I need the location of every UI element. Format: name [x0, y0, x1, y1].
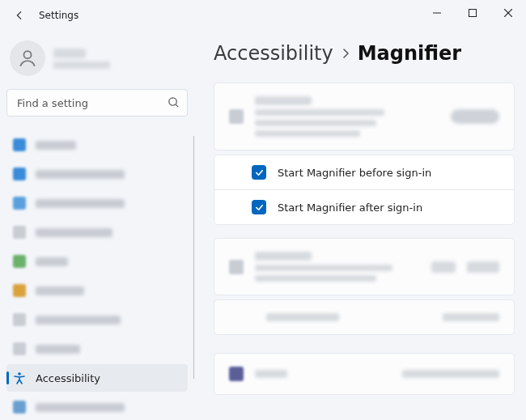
option-after-signin[interactable]: Start Magnifier after sign-in: [214, 189, 515, 225]
nav-item-accessibility[interactable]: Accessibility: [6, 364, 188, 392]
svg-point-7: [18, 372, 21, 375]
checkbox-before-signin[interactable]: [252, 165, 266, 180]
svg-rect-1: [469, 10, 477, 17]
search-field[interactable]: [6, 89, 188, 117]
breadcrumb: Accessibility Magnifier: [214, 42, 515, 65]
setting-card[interactable]: [214, 83, 515, 151]
checkbox-after-signin[interactable]: [252, 200, 266, 214]
search-input[interactable]: [6, 89, 188, 117]
close-button[interactable]: [490, 0, 526, 26]
setting-card[interactable]: [214, 353, 515, 395]
account-text: [53, 49, 110, 69]
svg-point-5: [169, 98, 176, 105]
breadcrumb-current: Magnifier: [358, 42, 461, 65]
check-icon: [255, 203, 264, 212]
maximize-icon: [469, 9, 477, 17]
nav-item[interactable]: [6, 248, 188, 275]
window-title: Settings: [39, 10, 78, 21]
arrow-left-icon: [14, 10, 25, 21]
back-button[interactable]: [11, 7, 28, 23]
nav-item[interactable]: [6, 306, 188, 333]
accessibility-icon: [13, 371, 26, 384]
search-icon: [168, 96, 180, 108]
setting-card[interactable]: [214, 299, 515, 335]
main-content: Accessibility Magnifier Start Magnifier …: [194, 31, 526, 420]
nav-item[interactable]: [6, 189, 188, 217]
option-before-signin[interactable]: Start Magnifier before sign-in: [214, 155, 515, 190]
window-controls: [419, 0, 526, 26]
maximize-button[interactable]: [455, 0, 490, 26]
svg-point-4: [23, 51, 31, 58]
nav-item[interactable]: [6, 393, 188, 420]
person-icon: [17, 48, 38, 69]
nav-item[interactable]: [6, 218, 188, 246]
svg-line-6: [176, 104, 178, 107]
setting-card[interactable]: [214, 238, 515, 295]
avatar: [10, 40, 45, 76]
option-label: Start Magnifier after sign-in: [278, 202, 422, 214]
option-label: Start Magnifier before sign-in: [278, 167, 431, 179]
nav-item[interactable]: [6, 335, 188, 363]
nav-label: Accessibility: [36, 372, 100, 384]
nav-list: Accessibility: [6, 131, 188, 420]
nav-item[interactable]: [6, 131, 188, 159]
chevron-right-icon: [341, 46, 350, 62]
minimize-icon: [433, 9, 441, 17]
nav-item[interactable]: [6, 160, 188, 188]
breadcrumb-parent[interactable]: Accessibility: [214, 42, 333, 65]
signin-options-group: Start Magnifier before sign-in Start Mag…: [214, 155, 515, 225]
toggle-switch[interactable]: [451, 109, 499, 124]
title-bar: Settings: [0, 0, 526, 31]
account-header[interactable]: [6, 37, 188, 87]
sidebar-scroll-indicator: [193, 136, 194, 379]
close-icon: [504, 9, 512, 17]
check-icon: [255, 168, 264, 177]
minimize-button[interactable]: [419, 0, 455, 26]
nav-item[interactable]: [6, 277, 188, 304]
sidebar: Accessibility: [0, 31, 194, 420]
